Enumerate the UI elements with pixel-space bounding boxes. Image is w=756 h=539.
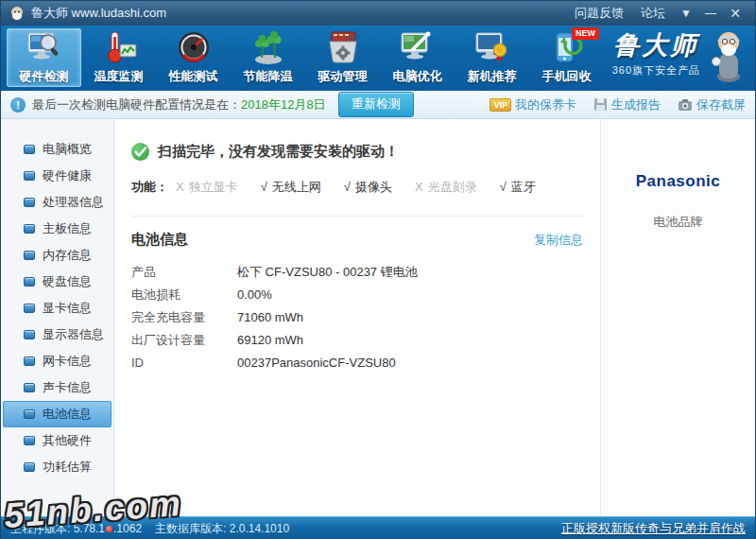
save-screenshot-link[interactable]: 保存截屏	[678, 96, 746, 113]
status-infobar: ! 最后一次检测电脑硬件配置情况是在： 2018年12月8日 重新检测 VIP …	[1, 91, 755, 119]
battery-brand-logo: Panasonic	[636, 172, 721, 191]
feature-mark: √	[500, 180, 507, 194]
sidebar-item-network-info[interactable]: 网卡信息	[3, 348, 112, 374]
sidebar-item-disk-info[interactable]: 硬盘信息	[3, 269, 112, 295]
brand-panel: Panasonic 电池品牌	[600, 119, 755, 516]
row-label: 电池损耗	[131, 284, 237, 306]
sidebar-item-power-estimate[interactable]: 功耗估算	[3, 454, 112, 480]
feature-label: 独立显卡	[189, 180, 238, 194]
menu-dropdown-icon[interactable]: ▼	[674, 7, 698, 20]
main-version-suffix: .1062	[113, 522, 142, 535]
success-check-icon	[131, 143, 149, 161]
vip-card-link[interactable]: VIP 我的保养卡	[490, 96, 576, 113]
list-bullet-icon	[24, 330, 35, 339]
sidebar-item-cpu-info[interactable]: 处理器信息	[3, 189, 112, 216]
mascot-icon	[704, 29, 749, 84]
sidebar-item-hardware-health[interactable]: 硬件健康	[3, 163, 112, 189]
recheck-button[interactable]: 重新检测	[338, 92, 414, 117]
feature-mark: X	[415, 180, 423, 194]
sidebar-item-label: 网卡信息	[43, 353, 92, 370]
tab-cooling[interactable]: 节能降温	[231, 28, 305, 87]
row-label: ID	[131, 352, 237, 374]
feedback-link[interactable]: 问题反馈	[575, 5, 624, 22]
tab-hardware-detect[interactable]: 硬件检测	[7, 28, 81, 87]
feature-label: 无线上网	[272, 180, 321, 194]
tab-label: 驱动管理	[318, 68, 368, 85]
features-label: 功能：	[131, 179, 168, 196]
footer-promo-link[interactable]: 正版授权新版传奇与兄弟并肩作战	[561, 520, 746, 537]
sidebar-item-sound-info[interactable]: 声卡信息	[3, 374, 112, 401]
last-check-date: 2018年12月8日	[241, 96, 326, 113]
tab-label: 电脑优化	[393, 68, 442, 85]
copy-info-link[interactable]: 复制信息	[534, 232, 583, 249]
sidebar-item-battery-info[interactable]: 电池信息	[3, 401, 112, 427]
sidebar-item-label: 内存信息	[43, 247, 92, 264]
tab-label: 节能降温	[244, 68, 293, 85]
list-bullet-icon	[24, 462, 35, 472]
tab-label: 手机回收	[542, 68, 592, 85]
list-bullet-icon	[24, 145, 35, 154]
hardware-detect-icon	[26, 29, 63, 67]
sidebar-item-label: 硬件健康	[43, 167, 92, 184]
row-value: 松下 CF-VZSU80 - 00237 锂电池	[237, 261, 418, 284]
ludashi-tagline: 360旗下安全产品	[612, 63, 700, 78]
clover-icon	[249, 29, 287, 67]
forum-link[interactable]: 论坛	[641, 5, 665, 22]
minimize-button[interactable]: —	[698, 7, 723, 20]
sidebar-item-label: 电脑概览	[43, 141, 92, 158]
tab-recommend[interactable]: 新机推荐	[455, 28, 529, 87]
sidebar-item-label: 硬盘信息	[43, 273, 92, 290]
list-bullet-icon	[24, 198, 35, 207]
sidebar-item-label: 处理器信息	[43, 194, 104, 211]
sidebar-item-label: 显示器信息	[43, 326, 104, 343]
driver-box-icon	[324, 29, 362, 67]
main-toolbar: 硬件检测 温度监测 性能测试	[1, 26, 755, 91]
sidebar-item-motherboard-info[interactable]: 主板信息	[3, 216, 112, 242]
vip-icon: VIP	[490, 98, 511, 112]
tab-label: 新机推荐	[468, 68, 517, 85]
generate-report-link[interactable]: 生成报告	[593, 96, 661, 113]
tab-label: 温度监测	[94, 68, 144, 85]
close-button[interactable]: ✕	[723, 6, 747, 21]
tab-optimize[interactable]: 电脑优化	[380, 28, 455, 87]
ludashi-logo: 鲁大师	[612, 31, 700, 60]
feature-wifi: √无线上网	[261, 179, 321, 196]
sidebar-item-other-hardware[interactable]: 其他硬件	[3, 427, 112, 454]
content-panel: 扫描完毕，没有发现需要安装的驱动！ 功能： X独立显卡 √无线上网 √摄像头 X…	[114, 119, 600, 516]
tab-label: 性能测试	[169, 68, 218, 85]
row-value: 69120 mWh	[237, 329, 303, 352]
tab-performance[interactable]: 性能测试	[156, 28, 231, 87]
sidebar: 电脑概览 硬件健康 处理器信息 主板信息 内存信息 硬盘信息 显卡信息 显示器信…	[1, 119, 114, 516]
main-body: 电脑概览 硬件健康 处理器信息 主板信息 内存信息 硬盘信息 显卡信息 显示器信…	[1, 119, 755, 516]
app-logo-icon	[9, 5, 26, 22]
battery-section-title: 电池信息	[131, 231, 188, 249]
sidebar-item-monitor-info[interactable]: 显示器信息	[3, 322, 112, 348]
scan-result-row: 扫描完毕，没有发现需要安装的驱动！	[131, 143, 583, 161]
feature-camera: √摄像头	[344, 179, 392, 196]
list-bullet-icon	[24, 277, 35, 287]
gauge-icon	[175, 29, 213, 67]
sidebar-item-label: 功耗估算	[43, 459, 92, 476]
features-row: 功能： X独立显卡 √无线上网 √摄像头 X光盘刻录 √蓝牙	[131, 179, 583, 196]
generate-report-label: 生成报告	[611, 96, 661, 113]
battery-section-header: 电池信息 复制信息	[131, 231, 583, 249]
row-value: 71060 mWh	[237, 306, 303, 329]
update-dot-icon	[106, 526, 112, 532]
sidebar-item-computer-overview[interactable]: 电脑概览	[3, 136, 112, 163]
tab-temperature[interactable]: 温度监测	[81, 28, 156, 87]
list-bullet-icon	[24, 171, 35, 181]
sidebar-item-memory-info[interactable]: 内存信息	[3, 242, 112, 269]
list-bullet-icon	[24, 304, 35, 313]
tab-driver[interactable]: 驱动管理	[305, 28, 380, 87]
row-label: 产品	[131, 261, 237, 284]
list-bullet-icon	[24, 383, 35, 392]
scan-result-text: 扫描完毕，没有发现需要安装的驱动！	[158, 143, 399, 161]
sidebar-item-label: 主板信息	[43, 220, 92, 237]
sidebar-item-label: 声卡信息	[43, 379, 92, 396]
last-check-label: 最后一次检测电脑硬件配置情况是在：	[32, 96, 241, 113]
optimize-icon	[399, 29, 437, 67]
sidebar-item-gpu-info[interactable]: 显卡信息	[3, 295, 112, 322]
table-row: 出厂设计容量69120 mWh	[131, 329, 583, 352]
table-row: ID00237PanasonicCF-VZSU80	[131, 352, 583, 374]
tab-phone-recycle[interactable]: NEW 手机回收	[529, 28, 604, 87]
